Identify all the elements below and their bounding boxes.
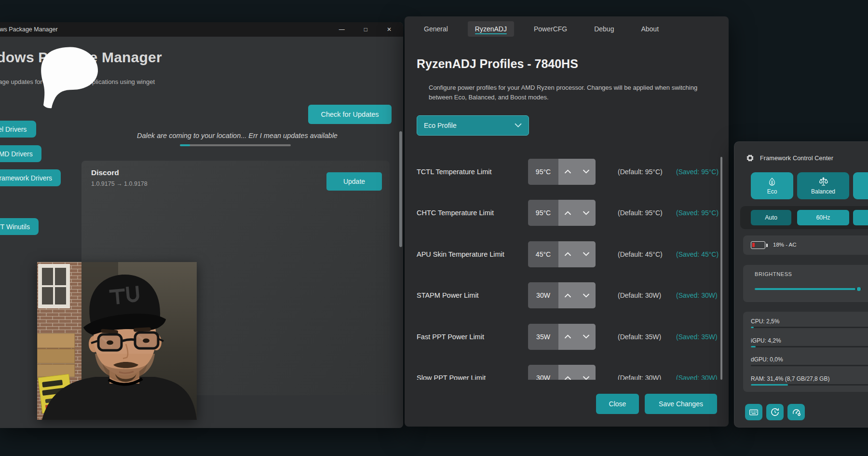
package-name: Discord (91, 168, 119, 177)
refresh-rate-auto-button[interactable]: Auto (751, 210, 791, 225)
tab-ryzenadj[interactable]: RyzenADJ (468, 21, 514, 37)
default-value: (Default: 95°C) (618, 168, 676, 176)
framework-control-center-panel: Framework Control Center Eco Balanced Au… (734, 141, 868, 428)
performance-gauge-icon[interactable] (787, 404, 805, 420)
update-progress-fill (180, 144, 190, 146)
brightness-slider[interactable] (755, 288, 862, 290)
saved-value: (Saved: 95°C) (676, 209, 719, 217)
brightness-slider-fill (755, 288, 855, 290)
mode-button-cutoff[interactable] (853, 172, 868, 199)
package-version-change: 1.0.9175 → 1.0.9178 (91, 180, 148, 187)
sidebar-button-intel-drivers[interactable]: Intel Drivers (0, 121, 36, 138)
tab-bar: General RyzenADJ PowerCFG Debug About (417, 21, 666, 37)
sidebar-button-amd-drivers[interactable]: AMD Drivers (0, 145, 41, 162)
leaf-icon (767, 177, 777, 187)
stat-label: iGPU: 4,2% (751, 337, 868, 344)
close-button[interactable]: Close (596, 394, 639, 414)
stepper-up-button[interactable] (558, 200, 577, 226)
tab-general[interactable]: General (417, 21, 455, 37)
stepper-up-button[interactable] (558, 241, 577, 267)
background-boxes (37, 333, 75, 377)
system-stats-card: CPU: 2,5% iGPU: 4,2% dGPU: 0,0% RAM: 31,… (743, 312, 868, 392)
stepper-down-button[interactable] (577, 282, 596, 308)
stepper-up-button[interactable] (558, 282, 577, 308)
stepper-value: 95°C (528, 159, 558, 185)
section-description: Configure power profiles for your AMD Ry… (429, 83, 699, 102)
stepper-down-button[interactable] (577, 200, 596, 226)
sidebar-button-framework-drivers[interactable]: Framework Drivers (0, 169, 61, 186)
update-status-text: Dalek are coming to your location... Err… (117, 132, 358, 139)
stepper-down-button[interactable] (577, 365, 596, 380)
scrollbar-thumb[interactable] (399, 131, 402, 247)
tab-debug[interactable]: Debug (587, 21, 621, 37)
tab-powercfg[interactable]: PowerCFG (527, 21, 574, 37)
setting-row-stapm: STAPM Power Limit 30W (Default: 30W) (Sa… (405, 275, 729, 317)
mode-button-eco[interactable]: Eco (751, 172, 793, 199)
settings-window: General RyzenADJ PowerCFG Debug About Ry… (405, 16, 729, 427)
close-icon[interactable]: ✕ (387, 27, 392, 32)
white-annotation-blob (32, 43, 104, 112)
update-history-icon[interactable] (766, 404, 784, 420)
keyboard-icon[interactable] (745, 404, 762, 420)
saved-value: (Saved: 30W) (676, 291, 718, 299)
battery-status-text: 18% - AC (773, 242, 797, 248)
sidebar-button-ctt-winutils[interactable]: CTT Winutils (0, 218, 39, 235)
setting-label: Slow PPT Power Limit (417, 374, 528, 380)
chevron-down-icon (515, 123, 522, 128)
battery-icon-tip (766, 244, 768, 247)
check-for-updates-button[interactable]: Check for Updates (308, 105, 392, 124)
refresh-rate-60hz-button[interactable]: 60Hz (797, 210, 849, 225)
window-title: Windows Package Manager (0, 26, 58, 33)
stepper-up-button[interactable] (558, 365, 577, 380)
value-stepper: 30W (528, 282, 596, 308)
value-stepper: 30W (528, 365, 596, 380)
profile-dropdown-value: Eco Profile (424, 122, 457, 129)
stat-igpu: iGPU: 4,2% (751, 337, 868, 347)
stat-label: RAM: 31,4% (8,7 GB/27,8 GB) (751, 375, 868, 382)
setting-label: APU Skin Temperature Limit (417, 250, 528, 258)
panel-title: Framework Control Center (760, 155, 833, 162)
stat-label: CPU: 2,5% (751, 318, 868, 325)
value-stepper: 95°C (528, 200, 596, 226)
tab-about[interactable]: About (634, 21, 666, 37)
stepper-value: 30W (528, 282, 558, 308)
webcam-overlay (37, 262, 197, 420)
stepper-value: 30W (528, 365, 558, 380)
stat-ram: RAM: 31,4% (8,7 GB/27,8 GB) (751, 375, 868, 386)
webcam-photo (37, 262, 197, 420)
setting-row-tctl: TCTL Temperature Limit 95°C (Default: 95… (405, 151, 729, 193)
save-changes-button[interactable]: Save Changes (645, 394, 717, 414)
mode-label: Eco (767, 188, 777, 195)
scrollbar-thumb[interactable] (720, 157, 722, 380)
profile-dropdown[interactable]: Eco Profile (417, 115, 529, 136)
stat-label: dGPU: 0,0% (751, 356, 868, 363)
brightness-label: BRIGHTNESS (755, 271, 865, 277)
saved-value: (Saved: 45°C) (676, 250, 719, 258)
stepper-up-button[interactable] (558, 324, 577, 350)
setting-row-chtc: CHTC Temperature Limit 95°C (Default: 95… (405, 193, 729, 234)
stepper-down-button[interactable] (577, 159, 596, 185)
titlebar: Windows Package Manager — □ ✕ (0, 22, 403, 37)
framework-logo-icon (746, 154, 754, 162)
stepper-down-button[interactable] (577, 241, 596, 267)
update-button[interactable]: Update (326, 172, 382, 191)
background-window (38, 264, 70, 308)
update-progress-bar (180, 144, 291, 146)
stepper-down-button[interactable] (577, 324, 596, 350)
settings-rows: TCTL Temperature Limit 95°C (Default: 95… (405, 151, 729, 380)
setting-label: TCTL Temperature Limit (417, 168, 528, 176)
battery-fill (752, 243, 755, 247)
saved-value: (Saved: 95°C) (676, 168, 719, 176)
minimize-icon[interactable]: — (339, 27, 345, 32)
stepper-up-button[interactable] (558, 159, 577, 185)
value-stepper: 35W (528, 324, 596, 350)
maximize-icon[interactable]: □ (364, 27, 367, 32)
value-stepper: 45°C (528, 241, 596, 267)
mode-label: Balanced (811, 188, 835, 195)
scales-icon (818, 177, 828, 187)
mode-button-balanced[interactable]: Balanced (797, 172, 849, 199)
battery-icon (751, 241, 765, 249)
refresh-rate-cutoff-button[interactable] (853, 210, 868, 225)
default-value: (Default: 95°C) (618, 209, 676, 217)
setting-label: CHTC Temperature Limit (417, 209, 528, 217)
